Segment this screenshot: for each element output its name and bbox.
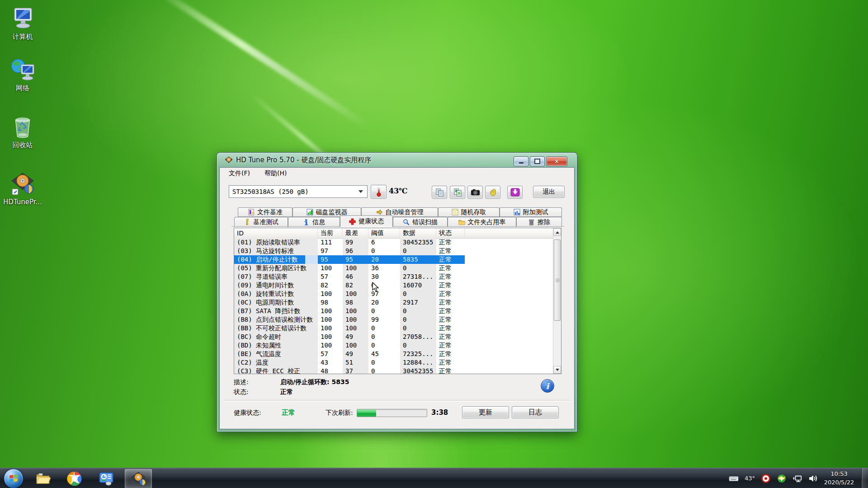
- exit-button[interactable]: 退出: [533, 186, 565, 198]
- taskbar-app-browser[interactable]: [61, 469, 88, 488]
- column-header-2[interactable]: 最差: [343, 228, 368, 238]
- smart-attribute-row[interactable]: (03)马达旋转标准 97 96 0 0 正常: [234, 247, 553, 255]
- folder-usage-icon: [458, 219, 465, 225]
- network-icon: [10, 58, 35, 82]
- log-button[interactable]: 日志: [512, 406, 559, 418]
- attr-data: 12884...: [400, 358, 436, 367]
- desktop-icon-hdtune-shortcut[interactable]: HDTunePr...: [3, 172, 42, 206]
- taskbar-app-control-panel[interactable]: [93, 469, 119, 488]
- copy-button[interactable]: [432, 186, 447, 199]
- smart-attribute-row[interactable]: (BD)未知属性 100 100 0 0 正常: [234, 341, 553, 350]
- hdtune-tray-icon[interactable]: [761, 474, 771, 483]
- row-filler: [465, 290, 553, 298]
- computer-icon: [10, 6, 35, 31]
- tab-label: 错误扫描: [412, 218, 438, 226]
- scrollbar-thumb[interactable]: [554, 239, 561, 321]
- health-status-icon: [349, 218, 356, 225]
- taskbar-app-hdtune[interactable]: [125, 469, 152, 488]
- attr-worst: 95: [343, 255, 368, 264]
- temperature-button[interactable]: [371, 185, 387, 199]
- volume-tray-icon[interactable]: [808, 474, 818, 483]
- attr-current: 82: [318, 281, 343, 290]
- attr-worst: 98: [343, 298, 368, 307]
- info-button[interactable]: i: [541, 379, 554, 393]
- attr-id-name: (07)寻道错误率: [234, 272, 318, 281]
- smart-attribute-row[interactable]: (C3)硬件 ECC 校正 48 37 0 30452355 正常: [234, 367, 553, 374]
- tab-folder-usage[interactable]: 文件夹占用率: [448, 217, 516, 227]
- table-scrollbar[interactable]: [553, 228, 561, 374]
- copy-image-button[interactable]: [450, 186, 465, 199]
- smart-attribute-row[interactable]: (BC)命令超时 100 49 0 27058... 正常: [234, 333, 553, 341]
- column-header-5[interactable]: 状态: [436, 228, 465, 238]
- smart-attribute-row[interactable]: (B8)点到点错误检测计数 100 100 99 0 正常: [234, 315, 553, 324]
- minimize-button[interactable]: [514, 156, 528, 166]
- row-filler: [465, 333, 553, 341]
- random-access-icon: [452, 209, 458, 216]
- smart-attribute-row[interactable]: (05)重新分配扇区计数 100 100 36 0 正常: [234, 264, 553, 272]
- taskbar-clock[interactable]: 10:53 2020/5/22: [820, 469, 858, 487]
- row-filler: [465, 341, 553, 350]
- desktop-icon-computer[interactable]: 计算机: [3, 6, 42, 40]
- close-button[interactable]: ✕: [546, 156, 567, 166]
- smart-attribute-row[interactable]: (07)寻道错误率 57 46 30 27318... 正常: [234, 272, 553, 281]
- attr-current: 100: [318, 341, 343, 350]
- tab-label: 文件基准: [257, 208, 283, 216]
- attr-worst: 82: [343, 281, 368, 290]
- keyboard-tray-icon[interactable]: [729, 474, 739, 483]
- scroll-up-button[interactable]: [553, 228, 561, 236]
- attr-id-name: (09)通电时间计数: [234, 281, 318, 290]
- attr-current: 95: [318, 255, 343, 264]
- drive-selector[interactable]: ST3250318AS (250 gB): [229, 185, 368, 198]
- scroll-down-button[interactable]: [553, 366, 561, 374]
- tab-erase[interactable]: 擦除: [516, 217, 562, 227]
- update-button[interactable]: 更新: [462, 406, 509, 418]
- column-header-3[interactable]: 阈值: [368, 228, 400, 238]
- attr-worst: 37: [343, 367, 368, 374]
- smart-attribute-row[interactable]: (BB)不可校正错误计数 100 100 0 0 正常: [234, 324, 553, 333]
- save-report-button[interactable]: [507, 186, 523, 199]
- maximize-button[interactable]: [530, 156, 545, 166]
- menu-file[interactable]: 文件(F): [227, 169, 251, 178]
- column-header-4[interactable]: 数据: [400, 228, 436, 238]
- smart-attributes-table: ID当前最差阈值数据状态 (01)原始读取错误率 111 99 6 304523…: [234, 228, 561, 374]
- smart-attribute-row[interactable]: (09)通电时间计数 82 82 0 16070 正常: [234, 281, 553, 290]
- attr-worst: 99: [343, 238, 368, 247]
- smart-attribute-row[interactable]: (0A)旋转重试计数 100 100 97 0 正常: [234, 290, 553, 298]
- column-header-1[interactable]: 当前: [318, 228, 343, 238]
- tab-drive-info[interactable]: 信息: [288, 217, 340, 227]
- start-button[interactable]: [4, 469, 24, 488]
- taskbar-app-explorer[interactable]: [30, 469, 56, 488]
- acoustic-button[interactable]: [485, 186, 500, 199]
- antivirus-tray-icon[interactable]: [777, 474, 787, 483]
- attr-status-value: 正常: [280, 388, 293, 396]
- show-desktop-button[interactable]: [861, 468, 868, 488]
- network-tray-icon[interactable]: [793, 474, 802, 483]
- tab-extra-tests[interactable]: 附加测试: [500, 207, 562, 217]
- tab-file-benchmark[interactable]: 文件基准: [238, 207, 292, 217]
- attr-current: 100: [318, 264, 343, 272]
- screenshot-icon: [471, 188, 480, 197]
- title-bar[interactable]: HD Tune Pro 5.70 - 硬盘/固态硬盘实用程序 ✕: [217, 153, 577, 167]
- attr-id-name: (05)重新分配扇区计数: [234, 264, 318, 272]
- smart-attribute-row[interactable]: (0C)电源周期计数 98 98 20 2917 正常: [234, 298, 553, 307]
- screenshot-button[interactable]: [467, 186, 483, 199]
- attr-threshold: 99: [368, 315, 400, 324]
- desktop-icon-recycle-bin[interactable]: 回收站: [3, 115, 42, 149]
- row-filler: [465, 272, 553, 281]
- smart-attribute-row[interactable]: (04)启动/停止计数 95 95 20 5835 正常: [234, 255, 553, 264]
- tab-error-scan[interactable]: 错误扫描: [393, 217, 448, 227]
- smart-attribute-row[interactable]: (01)原始读取错误率 111 99 6 30452355 正常: [234, 238, 553, 247]
- desktop-icon-network[interactable]: 网络: [3, 58, 42, 92]
- smart-attribute-row[interactable]: (BE)气流温度 57 49 45 72325... 正常: [234, 350, 553, 358]
- menu-help[interactable]: 帮助(H): [263, 169, 288, 178]
- attr-status: 正常: [436, 298, 465, 307]
- tab-health-status[interactable]: 健康状态: [340, 216, 393, 227]
- smart-attribute-row[interactable]: (C2)温度 43 51 0 12884... 正常: [234, 358, 553, 367]
- attr-threshold: 30: [368, 272, 400, 281]
- smart-attribute-row[interactable]: (B7)SATA 降挡计数 100 100 0 0 正常: [234, 307, 553, 315]
- tab-random-access[interactable]: 随机存取: [438, 207, 500, 217]
- row-filler: [465, 238, 553, 247]
- tab-benchmark[interactable]: 基准测试: [234, 217, 288, 227]
- column-header-0[interactable]: ID: [234, 228, 318, 238]
- error-scan-icon: [403, 219, 410, 225]
